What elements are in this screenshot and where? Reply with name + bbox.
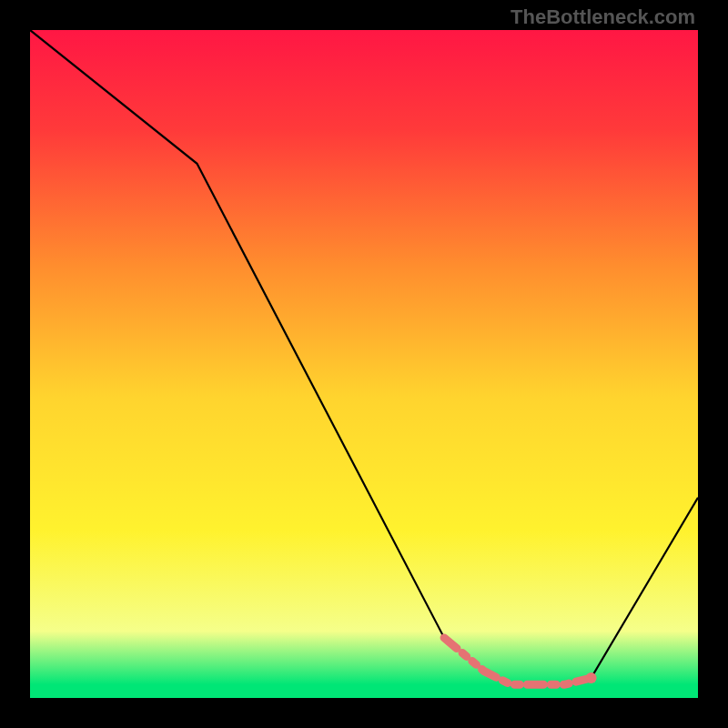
watermark-text: TheBottleneck.com: [511, 5, 695, 29]
plot-area: [30, 30, 698, 698]
chart-container: TheBottleneck.com: [0, 0, 728, 728]
bottleneck-curve: [30, 30, 698, 698]
svg-point-1: [586, 672, 597, 683]
